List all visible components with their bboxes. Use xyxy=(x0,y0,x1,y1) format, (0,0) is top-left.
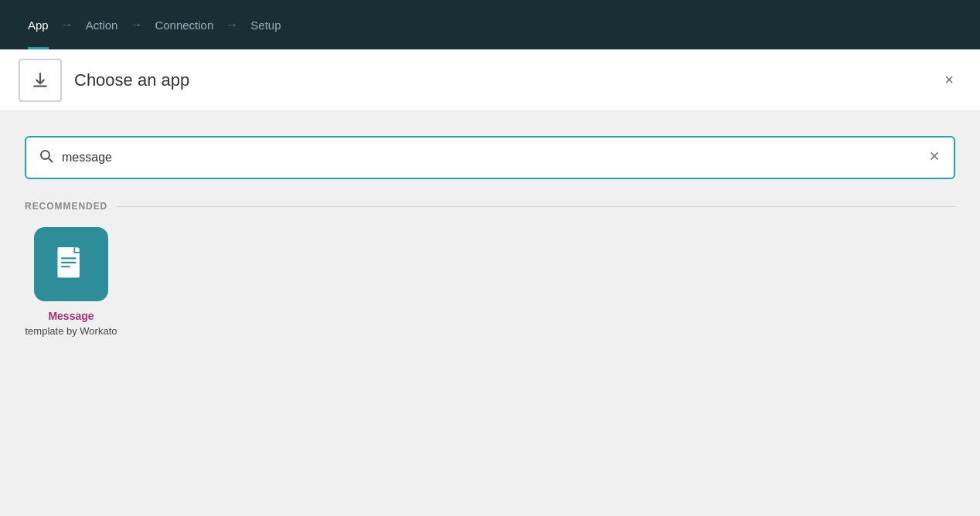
section-divider xyxy=(117,206,955,207)
svg-line-1 xyxy=(49,158,53,162)
app-subtitle-message: template by Workato xyxy=(26,324,117,338)
search-input[interactable] xyxy=(62,151,920,165)
main-content: RECOMMENDED Message template by Workato xyxy=(0,111,980,516)
download-icon xyxy=(30,70,50,90)
nav-arrow-2: → xyxy=(130,18,142,32)
top-nav: App → Action → Connection → Setup xyxy=(0,0,980,49)
nav-item-app[interactable]: App xyxy=(19,0,58,49)
close-icon: × xyxy=(944,71,954,89)
close-button[interactable]: × xyxy=(937,68,961,93)
nav-arrow-1: → xyxy=(61,18,73,32)
nav-label-action: Action xyxy=(86,19,118,32)
search-clear-button[interactable] xyxy=(927,149,941,167)
nav-label-app: App xyxy=(28,19,49,32)
message-app-svg xyxy=(51,244,91,284)
nav-arrow-3: → xyxy=(226,18,238,32)
app-card-message[interactable]: Message template by Workato xyxy=(25,227,117,338)
svg-point-0 xyxy=(41,151,49,159)
recommended-label: RECOMMENDED xyxy=(25,201,107,212)
app-name-message: Message xyxy=(48,309,94,323)
header-icon-box xyxy=(19,59,62,102)
nav-item-action[interactable]: Action xyxy=(77,0,128,49)
nav-label-setup: Setup xyxy=(250,19,281,32)
nav-label-connection: Connection xyxy=(155,19,213,32)
search-icon xyxy=(39,148,54,168)
nav-item-connection[interactable]: Connection xyxy=(145,0,223,49)
page-title: Choose an app xyxy=(74,70,924,90)
search-container xyxy=(25,136,955,179)
header-bar: Choose an app × xyxy=(0,49,980,111)
app-grid: Message template by Workato xyxy=(25,227,955,338)
recommended-section-header: RECOMMENDED xyxy=(25,201,955,212)
app-icon-message xyxy=(34,227,108,301)
nav-item-setup[interactable]: Setup xyxy=(241,0,290,49)
